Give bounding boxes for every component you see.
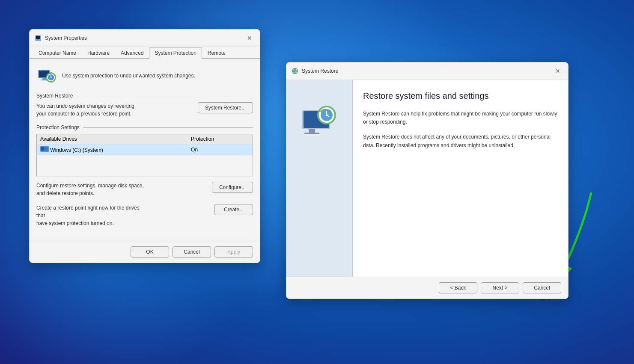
- tab-computer-name[interactable]: Computer Name: [33, 47, 82, 59]
- system-restore-dialog-title: System Restore: [302, 68, 338, 74]
- protection-settings-section-header: Protection Settings: [36, 124, 253, 130]
- system-properties-close-button[interactable]: ✕: [244, 33, 255, 43]
- restore-desc-2: System Restore does not affect any of yo…: [363, 133, 558, 149]
- system-restore-dialog-footer: < Back Next > Cancel: [286, 277, 568, 299]
- restore-image-container: [296, 97, 343, 144]
- svg-point-33: [326, 114, 327, 116]
- system-restore-desc: You can undo system changes by reverting…: [36, 102, 134, 118]
- svg-rect-4: [37, 39, 39, 40]
- system-restore-section-header: System Restore: [36, 93, 253, 99]
- restore-dialog-heading: Restore system files and settings: [363, 90, 558, 101]
- system-restore-close-button[interactable]: ✕: [553, 66, 563, 76]
- create-desc: Create a restore point right now for the…: [36, 204, 148, 227]
- configure-section: Configure restore settings, manage disk …: [36, 182, 253, 227]
- system-properties-content: Use system protection to undo unwanted s…: [30, 59, 260, 241]
- system-restore-titlebar: System Restore ✕: [286, 62, 568, 80]
- configure-subsection: Configure restore settings, manage disk …: [36, 182, 253, 197]
- cancel-button[interactable]: Cancel: [173, 246, 211, 257]
- protection-settings-label: Protection Settings: [36, 124, 80, 130]
- system-properties-icon: [35, 35, 42, 41]
- restore-title-left: System Restore: [292, 68, 338, 74]
- system-properties-titlebar: System Properties ✕: [30, 30, 260, 47]
- create-button[interactable]: Create...: [214, 204, 253, 215]
- svg-rect-27: [304, 133, 319, 134]
- tab-remote[interactable]: Remote: [202, 47, 231, 59]
- restore-desc-1: System Restore can help fix problems tha…: [363, 110, 558, 126]
- tab-hardware[interactable]: Hardware: [82, 47, 115, 59]
- section-divider-line-1: [76, 96, 253, 96]
- svg-rect-7: [42, 78, 46, 80]
- restore-computer-icon: [296, 97, 343, 144]
- system-protection-desc: Use system protection to undo unwanted s…: [62, 72, 195, 80]
- apply-button[interactable]: Apply: [214, 246, 253, 257]
- shield-icon: [36, 65, 57, 86]
- create-subsection: Create a restore point right now for the…: [36, 204, 253, 227]
- drive-protection-cell: On: [188, 144, 253, 155]
- title-left: System Properties: [35, 35, 87, 41]
- restore-cancel-button[interactable]: Cancel: [523, 282, 561, 293]
- configure-desc: Configure restore settings, manage disk …: [36, 182, 148, 197]
- system-restore-label: System Restore: [36, 93, 73, 99]
- table-row-empty: [37, 155, 253, 177]
- drive-icon-row: [40, 146, 49, 152]
- system-properties-window: System Properties ✕ Computer Name Hardwa…: [29, 29, 260, 263]
- system-restore-subsection: You can undo system changes by reverting…: [36, 102, 253, 118]
- restore-left-panel: [286, 80, 353, 277]
- configure-button[interactable]: Configure...: [212, 182, 253, 193]
- protection-col-header: Protection: [188, 134, 253, 144]
- system-protection-header: Use system protection to undo unwanted s…: [36, 65, 253, 86]
- system-restore-dialog: System Restore ✕: [286, 62, 569, 299]
- system-properties-title: System Properties: [45, 35, 87, 41]
- system-restore-button[interactable]: System Restore...: [198, 102, 253, 113]
- section-divider-line-2: [83, 127, 253, 128]
- system-properties-footer: OK Cancel Apply: [30, 241, 260, 263]
- table-row[interactable]: Windows (C:) (System) On: [37, 144, 253, 155]
- svg-point-14: [51, 77, 51, 78]
- tab-system-protection[interactable]: System Protection: [149, 47, 202, 59]
- drives-table: Available Drives Protection: [36, 134, 253, 177]
- svg-rect-17: [41, 147, 44, 151]
- ok-button[interactable]: OK: [131, 246, 169, 257]
- svg-rect-18: [44, 147, 48, 151]
- tab-advanced[interactable]: Advanced: [115, 47, 149, 59]
- next-button[interactable]: Next >: [481, 282, 519, 293]
- restore-right-panel: Restore system files and settings System…: [353, 80, 568, 277]
- back-button[interactable]: < Back: [439, 282, 477, 293]
- system-properties-tabs: Computer Name Hardware Advanced System P…: [30, 47, 260, 59]
- system-restore-title-icon: [292, 68, 298, 74]
- drive-name-cell: Windows (C:) (System): [37, 144, 188, 155]
- svg-rect-3: [36, 36, 40, 39]
- svg-rect-26: [309, 129, 315, 133]
- system-restore-body: Restore system files and settings System…: [286, 80, 568, 277]
- drives-col-header: Available Drives: [37, 134, 188, 144]
